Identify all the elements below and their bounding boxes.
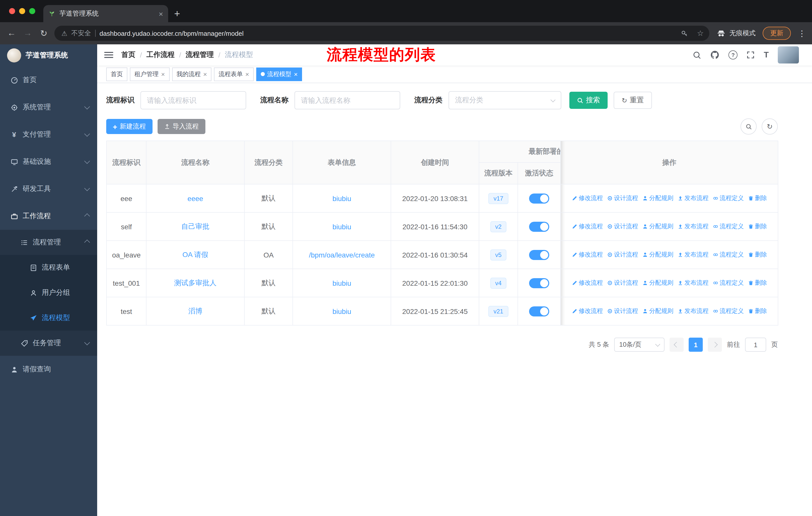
page-size-select[interactable]: 10条/页 xyxy=(614,337,665,352)
sidebar-item-process-form[interactable]: 流程表单 xyxy=(0,255,97,280)
activation-toggle[interactable] xyxy=(529,306,549,316)
delete-link[interactable]: 删除 xyxy=(748,194,767,202)
sidebar-item-payment[interactable]: ¥ 支付管理 xyxy=(0,121,97,148)
font-size-icon[interactable]: T xyxy=(764,50,769,59)
breadcrumb-workflow[interactable]: 工作流程 xyxy=(146,50,175,59)
tag-home[interactable]: 首页 xyxy=(106,67,127,81)
next-page-button[interactable] xyxy=(708,337,722,352)
process-key-input[interactable] xyxy=(141,91,246,109)
category-select[interactable]: 流程分类 xyxy=(448,91,561,109)
activation-toggle[interactable] xyxy=(529,250,549,260)
design-process-link[interactable]: 设计流程 xyxy=(607,250,638,259)
close-icon[interactable]: × xyxy=(245,71,249,77)
refresh-table-button[interactable]: ↻ xyxy=(762,118,778,135)
zoom-window-button[interactable] xyxy=(29,8,35,14)
process-name-link[interactable]: 滔博 xyxy=(188,307,202,315)
help-icon[interactable]: ? xyxy=(728,50,737,59)
sidebar-item-process-management[interactable]: 流程管理 xyxy=(0,230,97,255)
create-process-button[interactable]: +新建流程 xyxy=(106,119,152,134)
tag-my-process[interactable]: 我的流程× xyxy=(172,67,211,81)
prev-page-button[interactable] xyxy=(670,337,684,352)
breadcrumb-home[interactable]: 首页 xyxy=(121,50,136,59)
modify-process-link[interactable]: 修改流程 xyxy=(572,279,603,287)
close-icon[interactable]: × xyxy=(161,71,165,77)
process-definition-link[interactable]: 流程定义 xyxy=(713,194,744,202)
form-info-link[interactable]: biubiu xyxy=(332,194,351,202)
process-name-link[interactable]: eeee xyxy=(187,194,203,202)
tag-process-form[interactable]: 流程表单× xyxy=(214,67,254,81)
sidebar-item-leave-query[interactable]: 请假查询 xyxy=(0,356,97,383)
process-definition-link[interactable]: 流程定义 xyxy=(713,279,744,287)
assign-rule-link[interactable]: 分配规则 xyxy=(642,250,673,259)
design-process-link[interactable]: 设计流程 xyxy=(607,307,638,316)
browser-tab[interactable]: 芋道管理系统 × xyxy=(43,5,168,22)
forward-icon[interactable]: → xyxy=(22,28,33,38)
process-name-link[interactable]: OA 请假 xyxy=(182,250,208,258)
process-definition-link[interactable]: 流程定义 xyxy=(713,222,744,231)
form-info-link[interactable]: biubiu xyxy=(332,307,351,315)
search-button[interactable]: 搜索 xyxy=(569,92,608,109)
assign-rule-link[interactable]: 分配规则 xyxy=(642,307,673,316)
avatar[interactable] xyxy=(778,46,799,63)
delete-link[interactable]: 删除 xyxy=(748,222,767,231)
show-search-button[interactable] xyxy=(741,118,757,135)
process-definition-link[interactable]: 流程定义 xyxy=(713,250,744,259)
goto-page-input[interactable] xyxy=(745,337,766,352)
browser-menu-icon[interactable]: ⋮ xyxy=(798,28,806,38)
github-icon[interactable] xyxy=(710,50,719,59)
publish-process-link[interactable]: 发布流程 xyxy=(677,194,708,202)
delete-link[interactable]: 删除 xyxy=(748,279,767,287)
breadcrumb-process-management[interactable]: 流程管理 xyxy=(186,50,214,59)
modify-process-link[interactable]: 修改流程 xyxy=(572,250,603,259)
close-icon[interactable]: × xyxy=(203,71,207,77)
form-info-link[interactable]: biubiu xyxy=(332,279,351,287)
publish-process-link[interactable]: 发布流程 xyxy=(677,279,708,287)
page-1-button[interactable]: 1 xyxy=(689,337,703,352)
address-bar[interactable]: ⚠ 不安全 dashboard.yudao.iocoder.cn/bpm/man… xyxy=(54,26,709,41)
design-process-link[interactable]: 设计流程 xyxy=(607,279,638,287)
activation-toggle[interactable] xyxy=(529,193,549,203)
publish-process-link[interactable]: 发布流程 xyxy=(677,222,708,231)
process-name-input[interactable] xyxy=(294,91,400,109)
design-process-link[interactable]: 设计流程 xyxy=(607,194,638,202)
activation-toggle[interactable] xyxy=(529,221,549,232)
search-icon[interactable] xyxy=(693,51,701,59)
sidebar-item-workflow[interactable]: 工作流程 xyxy=(0,202,97,230)
sidebar-item-user-group[interactable]: 用户分组 xyxy=(0,280,97,305)
sidebar-item-task-management[interactable]: 任务管理 xyxy=(0,331,97,356)
bookmark-star-icon[interactable]: ☆ xyxy=(697,29,704,38)
modify-process-link[interactable]: 修改流程 xyxy=(572,194,603,202)
assign-rule-link[interactable]: 分配规则 xyxy=(642,194,673,202)
reload-icon[interactable]: ↻ xyxy=(38,28,49,38)
activation-toggle[interactable] xyxy=(529,278,549,288)
import-process-button[interactable]: 导入流程 xyxy=(157,119,205,134)
sidebar-item-process-model[interactable]: 流程模型 xyxy=(0,305,97,331)
delete-link[interactable]: 删除 xyxy=(748,250,767,259)
tag-tenant-management[interactable]: 租户管理× xyxy=(130,67,169,81)
assign-rule-link[interactable]: 分配规则 xyxy=(642,222,673,231)
process-definition-link[interactable]: 流程定义 xyxy=(713,307,744,316)
close-window-button[interactable] xyxy=(9,8,15,14)
minimize-window-button[interactable] xyxy=(19,8,25,14)
design-process-link[interactable]: 设计流程 xyxy=(607,222,638,231)
modify-process-link[interactable]: 修改流程 xyxy=(572,222,603,231)
publish-process-link[interactable]: 发布流程 xyxy=(677,250,708,259)
tag-process-model[interactable]: 流程模型× xyxy=(256,67,302,81)
delete-link[interactable]: 删除 xyxy=(748,307,767,316)
new-tab-button[interactable]: + xyxy=(174,8,180,20)
form-info-link[interactable]: biubiu xyxy=(332,222,351,230)
password-key-icon[interactable] xyxy=(680,29,688,37)
fullscreen-icon[interactable] xyxy=(747,51,755,59)
collapse-sidebar-icon[interactable] xyxy=(104,52,113,58)
sidebar-item-system[interactable]: 系统管理 xyxy=(0,94,97,121)
process-name-link[interactable]: 自己审批 xyxy=(181,222,209,230)
modify-process-link[interactable]: 修改流程 xyxy=(572,307,603,316)
browser-update-button[interactable]: 更新 xyxy=(763,27,791,40)
close-icon[interactable]: × xyxy=(294,71,298,77)
sidebar-item-devtools[interactable]: 研发工具 xyxy=(0,175,97,202)
reset-button[interactable]: ↻ 重置 xyxy=(614,92,652,109)
assign-rule-link[interactable]: 分配规则 xyxy=(642,279,673,287)
publish-process-link[interactable]: 发布流程 xyxy=(677,307,708,316)
back-icon[interactable]: ← xyxy=(6,28,17,38)
sidebar-item-home[interactable]: 首页 xyxy=(0,66,97,94)
